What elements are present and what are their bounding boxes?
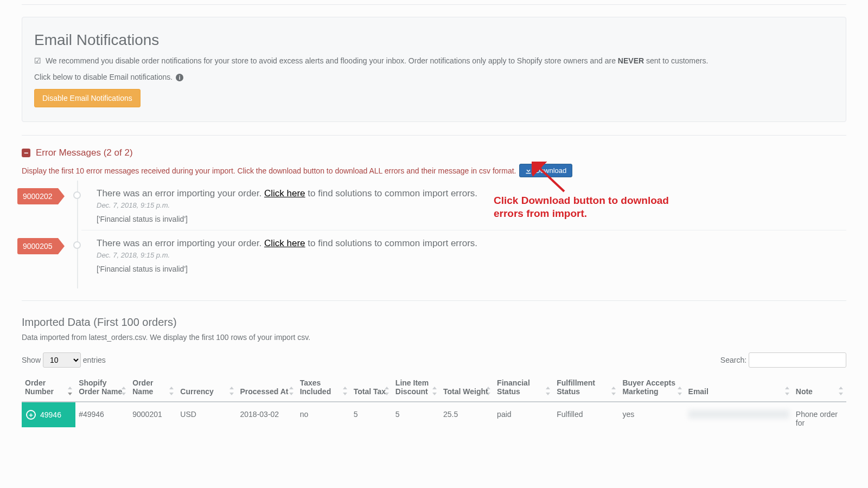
imported-data-section: Imported Data (First 100 orders) Data im… — [22, 316, 846, 435]
col-note[interactable]: Note — [793, 374, 846, 402]
cell-fulfillment-status: Fulfilled — [553, 402, 619, 435]
error-timestamp: Dec. 7, 2018, 9:15 p.m. — [97, 201, 846, 209]
error-help-link[interactable]: Click here — [264, 238, 305, 248]
timeline-dot — [73, 241, 81, 249]
search-control: Search: — [720, 352, 846, 368]
sort-icon — [545, 386, 551, 396]
disable-email-button[interactable]: Disable Email Notifications — [34, 89, 141, 107]
order-tag[interactable]: 9000205 — [17, 238, 58, 254]
sort-icon — [342, 386, 348, 396]
col-fulfillment-status[interactable]: Fulfillment Status — [553, 374, 619, 402]
cell-email — [685, 402, 793, 435]
col-email[interactable]: Email — [685, 374, 793, 402]
page-size-control: Show 10 entries — [22, 352, 106, 368]
cell-line-item-discount: 5 — [392, 402, 440, 435]
col-label: Line Item Discount — [395, 378, 429, 396]
col-label: Processed At — [240, 387, 289, 396]
col-total-tax[interactable]: Total Tax — [350, 374, 392, 402]
error-item: 9000205 There was an error importing you… — [81, 230, 846, 288]
error-title-pre: There was an error importing your order. — [97, 188, 264, 198]
imported-subtitle: Data imported from latest_orders.csv. We… — [22, 333, 846, 342]
error-title: There was an error importing your order.… — [97, 238, 846, 249]
imported-title: Imported Data (First 100 orders) — [22, 316, 846, 329]
col-line-item-discount[interactable]: Line Item Discount — [392, 374, 440, 402]
error-description-text: Display the first 10 error messages rece… — [22, 166, 516, 175]
col-label: Order Name — [132, 378, 153, 396]
col-buyer-accepts-marketing[interactable]: Buyer Accepts Marketing — [619, 374, 685, 402]
col-label: Shopify Order Name — [79, 378, 122, 396]
table-controls: Show 10 entries Search: — [22, 352, 846, 368]
error-section-header[interactable]: − Error Messages (2 of 2) — [22, 147, 846, 158]
col-label: Total Tax — [354, 387, 386, 396]
cell-total-weight: 25.5 — [440, 402, 494, 435]
cell-processed-at: 2018-03-02 — [237, 402, 297, 435]
checkbox-icon[interactable]: ☑ — [34, 56, 41, 65]
collapse-icon[interactable]: − — [22, 149, 30, 157]
download-errors-button[interactable]: Download — [519, 164, 572, 177]
sort-icon — [431, 386, 438, 396]
col-label: Financial Status — [497, 378, 530, 396]
sort-icon — [168, 386, 175, 396]
col-currency[interactable]: Currency — [177, 374, 237, 402]
advice-subline: Click below to disable Email notificatio… — [34, 73, 834, 81]
error-description-line: Display the first 10 error messages rece… — [22, 164, 846, 177]
col-order-name[interactable]: Order Name — [129, 374, 177, 402]
panel-title: Email Notifications — [34, 31, 834, 49]
sort-icon — [384, 386, 390, 396]
sort-icon — [485, 386, 492, 396]
entries-label: entries — [83, 356, 106, 364]
cell-note: Phone order for — [793, 402, 846, 435]
col-shopify-order-name[interactable]: Shopify Order Name — [75, 374, 129, 402]
col-label: Currency — [180, 387, 213, 396]
email-notifications-panel: Email Notifications ☑ We recommend you d… — [22, 17, 846, 122]
error-timestamp: Dec. 7, 2018, 9:15 p.m. — [97, 251, 846, 259]
redacted-email — [688, 410, 789, 419]
expand-row-icon[interactable]: + — [26, 410, 36, 420]
sort-icon — [676, 386, 683, 396]
cell-shopify-order-name: #49946 — [75, 402, 129, 435]
error-detail: ['Financial status is invalid'] — [97, 265, 846, 273]
error-messages-section: − Error Messages (2 of 2) Display the fi… — [22, 147, 846, 288]
col-label: Note — [796, 387, 813, 396]
error-title-post: to find solutions to common import error… — [305, 188, 477, 198]
advice-text-post: sent to customers. — [644, 56, 708, 65]
order-number-value: 49946 — [40, 410, 61, 419]
cell-order-number[interactable]: + 49946 — [22, 402, 75, 435]
cell-financial-status: paid — [494, 402, 553, 435]
sort-icon — [228, 386, 235, 396]
col-processed-at[interactable]: Processed At — [237, 374, 297, 402]
advice-text-pre: We recommend you disable order notificat… — [46, 56, 618, 65]
col-label: Total Weight — [443, 387, 488, 396]
cell-buyer-accepts-marketing: yes — [619, 402, 685, 435]
page-size-select[interactable]: 10 — [43, 352, 81, 368]
col-label: Fulfillment Status — [557, 378, 595, 396]
sort-icon — [838, 386, 844, 396]
table-row: + 49946 #49946 9000201 USD 2018-03-02 no… — [22, 402, 846, 435]
cell-taxes-included: no — [297, 402, 350, 435]
sort-icon — [610, 386, 617, 396]
info-icon[interactable]: i — [176, 74, 183, 81]
top-divider — [22, 4, 846, 5]
table-header-row: Order Number Shopify Order Name Order Na… — [22, 374, 846, 402]
download-icon — [525, 168, 532, 174]
cell-total-tax: 5 — [350, 402, 392, 435]
section-divider-1 — [22, 135, 846, 136]
show-label: Show — [22, 356, 41, 364]
order-tag[interactable]: 9000202 — [17, 188, 58, 204]
error-help-link[interactable]: Click here — [264, 188, 305, 198]
section-divider-2 — [22, 300, 846, 301]
notification-advice-line: ☑ We recommend you disable order notific… — [34, 56, 834, 65]
search-input[interactable] — [749, 352, 846, 368]
col-financial-status[interactable]: Financial Status — [494, 374, 553, 402]
error-title: There was an error importing your order.… — [97, 188, 846, 199]
col-label: Buyer Accepts Marketing — [622, 378, 675, 396]
cell-order-name: 9000201 — [129, 402, 177, 435]
col-total-weight[interactable]: Total Weight — [440, 374, 494, 402]
sort-icon — [784, 386, 790, 396]
error-title-post: to find solutions to common import error… — [305, 238, 477, 248]
col-taxes-included[interactable]: Taxes Included — [297, 374, 350, 402]
imported-data-table: Order Number Shopify Order Name Order Na… — [22, 374, 846, 435]
download-label: Download — [535, 166, 566, 175]
col-order-number[interactable]: Order Number — [22, 374, 75, 402]
error-item: 9000202 There was an error importing you… — [81, 181, 846, 230]
